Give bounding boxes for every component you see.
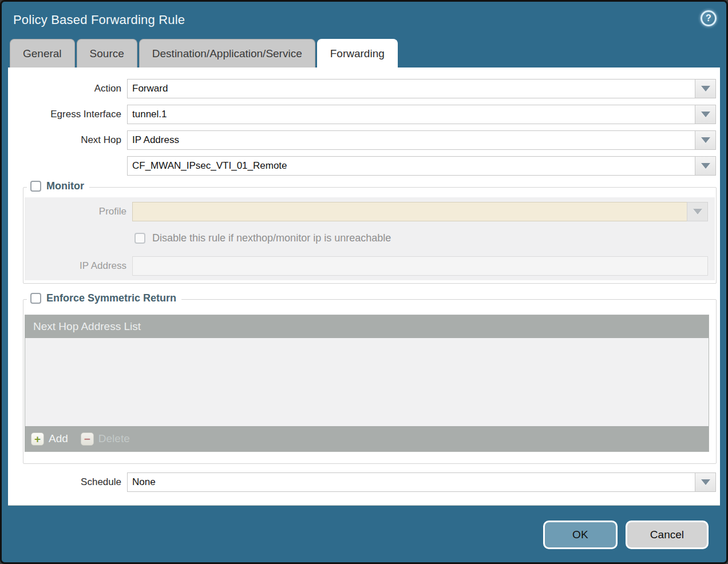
profile-value [132, 202, 687, 221]
egress-interface-select[interactable]: tunnel.1 [127, 105, 716, 124]
egress-interface-value: tunnel.1 [127, 105, 695, 124]
ok-button[interactable]: OK [543, 521, 618, 549]
schedule-dropdown-button[interactable] [695, 472, 716, 492]
schedule-label: Schedule [8, 476, 121, 488]
enforce-symmetric-return-checkbox[interactable] [30, 293, 41, 304]
tab-source[interactable]: Source [77, 39, 137, 67]
next-hop-address-value: CF_MWAN_IPsec_VTI_01_Remote [127, 156, 695, 176]
next-hop-address-row: CF_MWAN_IPsec_VTI_01_Remote [8, 156, 720, 176]
action-select[interactable]: Forward [127, 79, 716, 98]
cancel-button[interactable]: Cancel [626, 521, 709, 549]
profile-select [132, 202, 708, 221]
profile-row: Profile [25, 202, 708, 221]
pbf-rule-dialog: Policy Based Forwarding Rule ? General S… [0, 0, 728, 564]
monitor-group: Monitor Profile Disable this rule if nex… [23, 187, 717, 284]
egress-interface-row: Egress Interface tunnel.1 [8, 105, 720, 124]
dialog-title: Policy Based Forwarding Rule [13, 13, 185, 27]
monitor-ip-label: IP Address [25, 260, 126, 272]
schedule-select[interactable]: None [127, 472, 716, 492]
tab-general[interactable]: General [10, 39, 75, 67]
symmetric-return-legend-label: Enforce Symmetric Return [46, 292, 176, 304]
help-icon[interactable]: ? [701, 10, 717, 26]
next-hop-label: Next Hop [8, 134, 121, 146]
enforce-symmetric-return-group: Enforce Symmetric Return Next Hop Addres… [23, 299, 717, 464]
action-dropdown-button[interactable] [695, 79, 716, 98]
chevron-down-icon [701, 137, 710, 143]
dialog-footer: OK Cancel [2, 506, 726, 562]
action-value: Forward [127, 79, 695, 98]
disable-rule-row: Disable this rule if nexthop/monitor ip … [134, 231, 708, 246]
tab-bar: General Source Destination/Application/S… [2, 39, 726, 67]
disable-rule-checkbox [134, 233, 145, 244]
next-hop-address-list-toolbar: + Add − Delete [25, 426, 709, 451]
action-label: Action [8, 83, 121, 94]
chevron-down-icon [701, 479, 710, 485]
forwarding-tab-panel: Action Forward Egress Interface tunnel.1… [8, 67, 720, 506]
next-hop-type-select[interactable]: IP Address [127, 130, 716, 150]
chevron-down-icon [693, 209, 702, 215]
disable-rule-label: Disable this rule if nexthop/monitor ip … [152, 232, 391, 244]
monitor-ip-input [132, 256, 708, 276]
profile-label: Profile [25, 206, 126, 217]
tab-forwarding[interactable]: Forwarding [317, 39, 398, 67]
add-button-label: Add [49, 432, 68, 445]
next-hop-address-dropdown-button[interactable] [695, 156, 716, 176]
monitor-panel: Profile Disable this rule if nexthop/mon… [25, 197, 715, 280]
chevron-down-icon [701, 163, 710, 169]
monitor-ip-row: IP Address [25, 256, 708, 276]
next-hop-address-select[interactable]: CF_MWAN_IPsec_VTI_01_Remote [127, 156, 716, 176]
schedule-value: None [127, 472, 695, 492]
delete-button: − Delete [81, 432, 130, 446]
next-hop-dropdown-button[interactable] [695, 130, 716, 150]
add-button[interactable]: + Add [31, 432, 68, 446]
symmetric-return-legend: Enforce Symmetric Return [27, 292, 181, 304]
next-hop-address-list-body[interactable] [25, 338, 709, 426]
schedule-row: Schedule None [8, 472, 720, 492]
next-hop-row: Next Hop IP Address [8, 130, 720, 150]
chevron-down-icon [701, 86, 710, 92]
monitor-legend: Monitor [27, 180, 89, 192]
profile-dropdown-button [687, 202, 708, 221]
dialog-titlebar: Policy Based Forwarding Rule ? [2, 2, 726, 39]
delete-button-label: Delete [98, 432, 130, 445]
action-row: Action Forward [8, 79, 720, 98]
chevron-down-icon [701, 112, 710, 117]
minus-icon: − [81, 432, 94, 446]
egress-interface-label: Egress Interface [8, 109, 121, 120]
plus-icon: + [31, 432, 44, 446]
tab-destination-application-service[interactable]: Destination/Application/Service [139, 39, 315, 67]
next-hop-address-list-table: Next Hop Address List + Add − Delete [25, 315, 709, 452]
next-hop-type-value: IP Address [127, 130, 695, 150]
next-hop-address-list-header: Next Hop Address List [25, 315, 709, 338]
monitor-legend-label: Monitor [46, 180, 84, 192]
monitor-checkbox[interactable] [30, 181, 41, 192]
egress-interface-dropdown-button[interactable] [695, 105, 716, 124]
